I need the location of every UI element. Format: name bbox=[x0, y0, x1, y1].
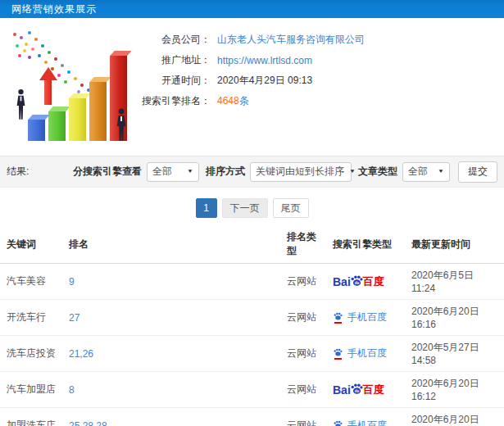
businessman-figure-left bbox=[15, 88, 27, 121]
bar-blue bbox=[28, 120, 45, 141]
engine-filter-select[interactable]: 全部 ▼ bbox=[147, 162, 199, 182]
open-time-row: 开通时间： 2020年4月29日 09:13 bbox=[135, 70, 504, 91]
engine-cell: Baidu百度 手机百度 bbox=[326, 264, 405, 300]
rank-type-cell: 云网站 bbox=[280, 264, 326, 300]
submit-button[interactable]: 提交 bbox=[458, 161, 497, 183]
info-section: 会员公司： 山东老人头汽车服务咨询有限公司 推广地址： https://www.… bbox=[0, 18, 504, 156]
baidu-mobile-paw-icon bbox=[333, 419, 343, 426]
results-table: 关键词 排名 排名类型 搜索引擎类型 最新更新时间 汽车美容 9 云网站 Bai… bbox=[0, 224, 504, 426]
baidu-pc-logo: Baidu百度 bbox=[333, 274, 384, 289]
table-header-row: 关键词 排名 排名类型 搜索引擎类型 最新更新时间 bbox=[0, 224, 504, 264]
table-body: 汽车美容 9 云网站 Baidu百度 手机百度 2020年6月5日 11:24 … bbox=[0, 264, 504, 426]
svg-text:du: du bbox=[354, 389, 359, 393]
updated-cell: 2020年5月27日 14:58 bbox=[405, 336, 504, 372]
open-time-label: 开通时间： bbox=[135, 74, 211, 88]
rank-type-cell: 云网站 bbox=[280, 336, 326, 372]
engine-filter-value: 全部 bbox=[152, 165, 172, 179]
rank-type-cell: 云网站 bbox=[280, 372, 326, 408]
keyword-cell: 开洗车行 bbox=[0, 300, 62, 336]
keyword-cell: 加盟洗车店 bbox=[0, 408, 62, 426]
rank-cell: 21,26 bbox=[62, 336, 280, 372]
updated-cell: 2020年6月5日 11:24 bbox=[405, 264, 504, 300]
sort-label: 排序方式 bbox=[206, 165, 245, 179]
col-rank: 排名 bbox=[62, 224, 280, 264]
rank-link[interactable]: 9 bbox=[69, 276, 75, 288]
baidu-mobile-logo: 手机百度 bbox=[333, 347, 387, 360]
article-type-select[interactable]: 全部 ▼ bbox=[402, 162, 450, 182]
promo-url-row: 推广地址： https://www.lrtlsd.com bbox=[135, 50, 504, 70]
engine-rank-row: 搜索引擎排名： 4648条 bbox=[135, 91, 504, 111]
growth-arrow-icon bbox=[39, 62, 57, 105]
table-row: 加盟洗车店 25,28,28 云网站 Baidu百度 手机百度 2020年6月2… bbox=[0, 408, 504, 426]
engine-filter-label: 分搜索引擎查看 bbox=[73, 165, 142, 179]
table-row: 洗车店投资 21,26 云网站 Baidu百度 手机百度 2020年5月27日 … bbox=[0, 336, 504, 372]
baidu-pc-logo: Baidu百度 bbox=[333, 382, 384, 397]
updated-cell: 2020年6月20日 16:12 bbox=[405, 372, 504, 408]
keyword-cell: 汽车美容 bbox=[0, 264, 62, 300]
engine-rank-value: 4648条 bbox=[217, 94, 249, 108]
table-row: 汽车加盟店 8 云网站 Baidu百度 手机百度 2020年6月20日 16:1… bbox=[0, 372, 504, 408]
filter-controls: 分搜索引擎查看 全部 ▼ 排序方式 关键词由短到长排序 ▼ 文章类型 全部 ▼ … bbox=[66, 161, 497, 183]
col-keyword: 关键词 bbox=[0, 224, 62, 264]
baidu-mobile-paw-icon bbox=[333, 347, 343, 360]
baidu-mobile-logo: 手机百度 bbox=[333, 419, 387, 426]
rank-cell: 8 bbox=[62, 372, 280, 408]
rank-cell: 27 bbox=[62, 300, 280, 336]
rank-unit: 条 bbox=[239, 95, 249, 106]
rank-cell: 25,28,28 bbox=[62, 408, 280, 426]
title-bar: 网络营销效果展示 bbox=[0, 0, 504, 18]
promo-url-link[interactable]: https://www.lrtlsd.com bbox=[217, 55, 312, 66]
chevron-down-icon: ▼ bbox=[187, 169, 193, 174]
company-row: 会员公司： 山东老人头汽车服务咨询有限公司 bbox=[135, 29, 504, 50]
updated-cell: 2020年6月20日 16:11 bbox=[405, 408, 504, 426]
svg-text:du: du bbox=[354, 281, 359, 285]
page-title: 网络营销效果展示 bbox=[11, 2, 97, 16]
filter-band: 结果: 分搜索引擎查看 全部 ▼ 排序方式 关键词由短到长排序 ▼ 文章类型 全… bbox=[0, 156, 504, 188]
bar-yellow bbox=[69, 98, 86, 141]
col-rank-type: 排名类型 bbox=[280, 224, 326, 264]
engine-cell: Baidu百度 手机百度 bbox=[326, 408, 405, 426]
rank-link[interactable]: 8 bbox=[69, 384, 75, 396]
engine-cell: Baidu百度 手机百度 bbox=[326, 336, 405, 372]
table-row: 汽车美容 9 云网站 Baidu百度 手机百度 2020年6月5日 11:24 bbox=[0, 264, 504, 300]
engine-rank-label: 搜索引擎排名： bbox=[135, 94, 211, 108]
bar-orange bbox=[89, 82, 107, 141]
confetti-dots bbox=[13, 33, 16, 36]
sort-select[interactable]: 关键词由短到长排序 ▼ bbox=[250, 162, 352, 182]
baidu-mobile-label: 手机百度 bbox=[347, 419, 387, 426]
rank-link[interactable]: 21,26 bbox=[69, 348, 93, 360]
last-page-button[interactable]: 尾页 bbox=[273, 198, 309, 218]
baidu-paw-icon: du bbox=[350, 382, 364, 396]
next-page-button[interactable]: 下一页 bbox=[222, 198, 268, 218]
rank-cell: 9 bbox=[62, 264, 280, 300]
result-label: 结果: bbox=[7, 165, 29, 179]
page-1-button[interactable]: 1 bbox=[196, 198, 217, 218]
info-fields: 会员公司： 山东老人头汽车服务咨询有限公司 推广地址： https://www.… bbox=[135, 18, 504, 111]
rank-type-cell: 云网站 bbox=[280, 408, 326, 426]
bar-green bbox=[48, 111, 66, 141]
col-updated: 最新更新时间 bbox=[405, 224, 504, 264]
keyword-cell: 汽车加盟店 bbox=[0, 372, 62, 408]
chevron-down-icon: ▼ bbox=[438, 169, 444, 174]
company-link[interactable]: 山东老人头汽车服务咨询有限公司 bbox=[217, 33, 365, 47]
table-row: 开洗车行 27 云网站 Baidu百度 手机百度 2020年6月20日 16:1… bbox=[0, 300, 504, 336]
rank-link[interactable]: 25,28,28 bbox=[69, 420, 107, 426]
open-time-value: 2020年4月29日 09:13 bbox=[217, 74, 312, 88]
baidu-mobile-paw-icon bbox=[333, 311, 343, 324]
article-type-value: 全部 bbox=[408, 165, 428, 179]
baidu-mobile-label: 手机百度 bbox=[347, 347, 387, 360]
rank-count: 4648 bbox=[217, 95, 239, 106]
baidu-paw-icon: du bbox=[350, 274, 364, 288]
engine-cell: Baidu百度 手机百度 bbox=[326, 300, 405, 336]
engine-cell: Baidu百度 手机百度 bbox=[326, 372, 405, 408]
sort-value: 关键词由短到长排序 bbox=[256, 165, 344, 179]
rank-type-cell: 云网站 bbox=[280, 300, 326, 336]
updated-cell: 2020年6月20日 16:16 bbox=[405, 300, 504, 336]
baidu-mobile-logo: 手机百度 bbox=[333, 310, 387, 324]
chevron-down-icon: ▼ bbox=[349, 169, 356, 174]
keyword-cell: 洗车店投资 bbox=[0, 336, 62, 372]
baidu-mobile-label: 手机百度 bbox=[347, 310, 387, 324]
article-type-label: 文章类型 bbox=[358, 165, 397, 179]
rank-link[interactable]: 27 bbox=[69, 312, 79, 324]
businessman-figure-right bbox=[115, 106, 128, 144]
